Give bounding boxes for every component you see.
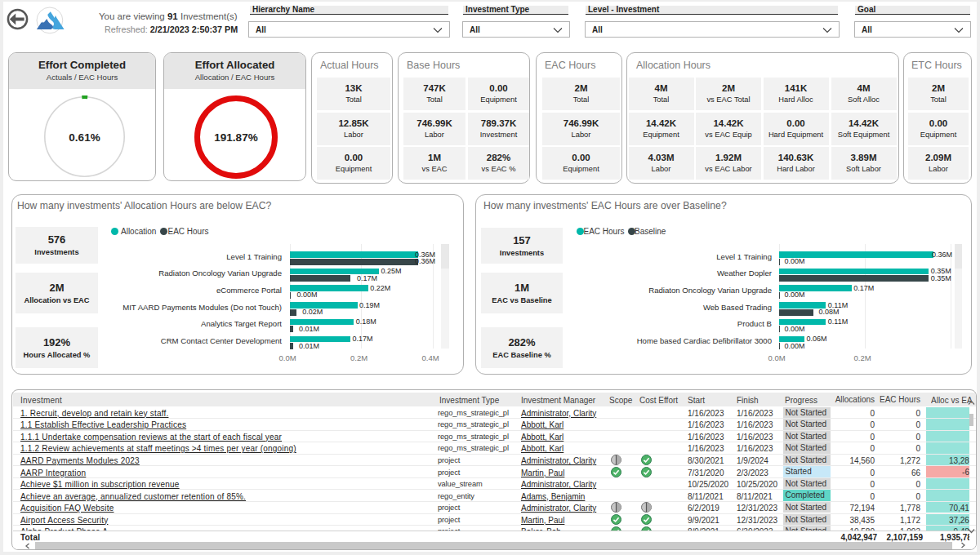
svg-text:191.87%: 191.87% — [214, 131, 257, 144]
svg-text:0.61%: 0.61% — [69, 131, 100, 144]
